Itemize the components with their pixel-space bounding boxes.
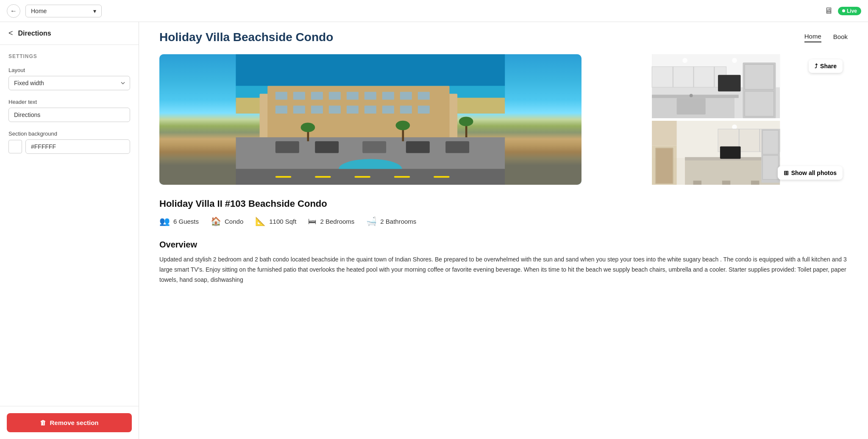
svg-rect-58 xyxy=(718,75,741,92)
stat-bathrooms: 🛁 2 Bathrooms xyxy=(366,216,416,226)
svg-rect-42 xyxy=(434,176,449,178)
bed-icon: 🛏 xyxy=(308,217,317,226)
remove-section-label: Remove section xyxy=(50,419,98,426)
show-photos-label: Show all photos xyxy=(791,169,837,176)
svg-rect-54 xyxy=(745,64,773,89)
svg-rect-52 xyxy=(714,67,715,87)
property-stats: 👥 6 Guests 🏠 Condo 📐 1100 Sqft 🛏 2 Bedro… xyxy=(159,216,848,226)
svg-point-63 xyxy=(732,125,737,130)
svg-rect-65 xyxy=(656,148,673,183)
svg-rect-69 xyxy=(722,181,730,185)
svg-rect-41 xyxy=(394,176,410,178)
monitor-icon: 🖥 xyxy=(824,6,833,16)
kitchen-photo-1: ⤴ Share xyxy=(584,54,848,118)
stat-bedrooms: 🛏 2 Bedrooms xyxy=(308,217,354,226)
layout-group: Layout Fixed width Full width xyxy=(8,67,130,90)
svg-rect-21 xyxy=(382,106,394,114)
bath-icon: 🛁 xyxy=(366,216,377,226)
stat-type: 🏠 Condo xyxy=(211,216,243,226)
overview-section: Overview Updated and stylish 2 bedroom a… xyxy=(139,235,868,292)
svg-rect-56 xyxy=(676,98,705,114)
stat-guests: 👥 6 Guests xyxy=(159,216,199,226)
overview-text: Updated and stylish 2 bedroom and 2 bath… xyxy=(159,255,848,285)
svg-rect-13 xyxy=(400,92,412,100)
photo-side-column: ⤴ Share xyxy=(584,54,848,185)
photo-grid: ⤴ Share xyxy=(139,47,868,192)
nav-link-home[interactable]: Home xyxy=(804,33,821,42)
sidebar-back-button[interactable]: < xyxy=(8,29,13,38)
svg-point-36 xyxy=(459,117,473,126)
svg-rect-75 xyxy=(762,130,778,154)
share-icon: ⤴ xyxy=(815,63,818,69)
svg-rect-26 xyxy=(315,141,339,153)
live-dot xyxy=(842,9,845,12)
photo-main xyxy=(159,54,581,185)
svg-rect-49 xyxy=(652,67,726,87)
show-all-photos-button[interactable]: ⊞ Show all photos xyxy=(778,166,843,180)
color-hex-input[interactable] xyxy=(25,139,130,154)
page-nav: Holiday Villa Beachside Condo Home Book xyxy=(139,22,868,47)
svg-rect-73 xyxy=(759,129,760,152)
svg-rect-23 xyxy=(418,106,430,114)
main-layout: < Directions SETTINGS Layout Fixed width… xyxy=(0,22,868,439)
sidebar-body: SETTINGS Layout Fixed width Full width H… xyxy=(0,45,139,406)
color-swatch[interactable] xyxy=(8,140,22,153)
svg-rect-20 xyxy=(364,106,376,114)
live-badge: Live xyxy=(838,7,861,15)
dropdown-arrow-icon: ▾ xyxy=(93,8,96,14)
trash-icon: 🗑 xyxy=(40,419,46,426)
svg-rect-10 xyxy=(347,92,359,100)
kitchen-photo-2: ⊞ Show all photos xyxy=(584,121,848,185)
svg-rect-17 xyxy=(311,106,323,114)
svg-rect-1 xyxy=(236,54,505,86)
layout-label: Layout xyxy=(8,67,130,73)
svg-rect-16 xyxy=(293,106,305,114)
photo-thumb-kitchen-2: ⊞ Show all photos xyxy=(584,121,848,185)
svg-rect-76 xyxy=(762,156,778,180)
sidebar: < Directions SETTINGS Layout Fixed width… xyxy=(0,22,139,439)
svg-rect-62 xyxy=(652,121,676,145)
beach-building-svg xyxy=(159,54,581,185)
property-name: Holiday Villa II #103 Beachside Condo xyxy=(159,198,848,209)
home-icon: 🏠 xyxy=(211,216,221,226)
svg-rect-22 xyxy=(400,106,412,114)
sidebar-header: < Directions xyxy=(0,22,139,45)
svg-rect-9 xyxy=(329,92,341,100)
svg-rect-14 xyxy=(418,92,430,100)
section-bg-group: Section background xyxy=(8,131,130,154)
page-title: Holiday Villa Beachside Condo xyxy=(159,31,333,44)
svg-rect-12 xyxy=(382,92,394,100)
guests-label: 6 Guests xyxy=(173,218,199,225)
settings-section-label: SETTINGS xyxy=(8,53,130,59)
svg-point-57 xyxy=(689,94,693,97)
bathrooms-label: 2 Bathrooms xyxy=(380,218,416,225)
topbar-right: 🖥 Live xyxy=(824,6,861,16)
topbar-back-button[interactable]: ← xyxy=(7,4,20,18)
header-text-label: Header text xyxy=(8,99,130,105)
svg-rect-19 xyxy=(347,106,359,114)
header-text-input[interactable] xyxy=(8,108,130,122)
layout-select[interactable]: Fixed width Full width xyxy=(8,76,130,90)
sidebar-footer: 🗑 Remove section xyxy=(0,406,139,439)
svg-rect-77 xyxy=(720,146,741,158)
page-selector-dropdown[interactable]: Home ▾ xyxy=(25,5,102,17)
photo-thumb-kitchen-1: ⤴ Share xyxy=(584,54,848,118)
svg-point-46 xyxy=(732,58,737,63)
overview-title: Overview xyxy=(159,240,848,250)
svg-rect-6 xyxy=(275,92,287,100)
svg-rect-28 xyxy=(406,141,430,153)
share-button[interactable]: ⤴ Share xyxy=(809,59,843,73)
svg-rect-50 xyxy=(673,67,673,87)
page-selector-label: Home xyxy=(31,8,47,14)
kitchen-svg-1 xyxy=(584,54,848,118)
nav-link-book[interactable]: Book xyxy=(833,33,848,42)
header-text-group: Header text xyxy=(8,99,130,122)
sqft-icon: 📐 xyxy=(255,216,266,226)
svg-rect-8 xyxy=(311,92,323,100)
back-arrow-icon: ← xyxy=(10,7,17,15)
remove-section-button[interactable]: 🗑 Remove section xyxy=(7,413,132,432)
svg-rect-15 xyxy=(275,106,287,114)
svg-rect-48 xyxy=(652,94,739,98)
svg-point-45 xyxy=(682,58,687,63)
preview-area: Holiday Villa Beachside Condo Home Book xyxy=(139,22,868,439)
